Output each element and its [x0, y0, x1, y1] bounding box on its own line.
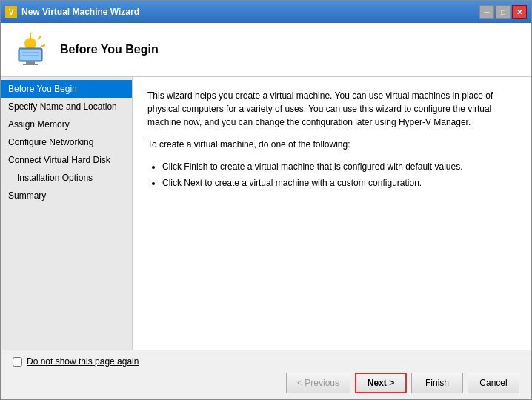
- svg-line-4: [41, 45, 45, 47]
- minimize-button[interactable]: ─: [479, 5, 494, 19]
- previous-button[interactable]: < Previous: [286, 373, 350, 393]
- sidebar-item-before-you-begin[interactable]: Before You Begin: [1, 80, 132, 98]
- cancel-button[interactable]: Cancel: [468, 373, 519, 393]
- checkbox-row: Do not show this page again: [13, 356, 519, 367]
- content-paragraph-1: This wizard helps you create a virtual m…: [147, 89, 516, 129]
- svg-rect-7: [20, 50, 41, 60]
- sidebar-item-assign-memory[interactable]: Assign Memory: [1, 116, 132, 133]
- close-button[interactable]: ✕: [512, 5, 527, 19]
- dont-show-label[interactable]: Do not show this page again: [27, 356, 139, 367]
- sidebar-item-installation-options[interactable]: Installation Options: [1, 169, 132, 187]
- header-section: Before You Begin: [1, 23, 531, 77]
- content-area: This wizard helps you create a virtual m…: [133, 77, 531, 350]
- wizard-window: V New Virtual Machine Wizard ─ □ ✕: [0, 0, 532, 400]
- main-content: Before You Begin Specify Name and Locati…: [1, 77, 531, 350]
- sidebar-item-configure-networking[interactable]: Configure Networking: [1, 133, 132, 151]
- next-button[interactable]: Next >: [355, 373, 407, 393]
- sidebar-item-specify-name[interactable]: Specify Name and Location: [1, 98, 132, 116]
- svg-rect-8: [26, 61, 35, 64]
- title-bar-left: V New Virtual Machine Wizard: [5, 6, 139, 18]
- maximize-button[interactable]: □: [496, 5, 511, 19]
- bullet-1: Click Finish to create a virtual machine…: [162, 160, 516, 173]
- sidebar-item-summary[interactable]: Summary: [1, 187, 132, 204]
- content-paragraph-2: To create a virtual machine, do one of t…: [147, 138, 516, 151]
- wizard-icon: [13, 32, 48, 67]
- buttons-row: < Previous Next > Finish Cancel: [13, 373, 519, 393]
- sidebar: Before You Begin Specify Name and Locati…: [1, 77, 133, 350]
- sidebar-item-connect-vhd[interactable]: Connect Virtual Hard Disk: [1, 151, 132, 169]
- title-bar: V New Virtual Machine Wizard ─ □ ✕: [1, 1, 531, 23]
- content-bullets: Click Finish to create a virtual machine…: [162, 160, 516, 190]
- window-icon: V: [5, 6, 17, 18]
- footer-section: Do not show this page again < Previous N…: [1, 350, 531, 399]
- header-title: Before You Begin: [60, 43, 159, 56]
- dont-show-checkbox[interactable]: [13, 357, 22, 367]
- finish-button[interactable]: Finish: [411, 373, 463, 393]
- svg-rect-9: [23, 64, 38, 65]
- svg-line-3: [38, 36, 41, 39]
- window-title: New Virtual Machine Wizard: [21, 7, 139, 17]
- bullet-2: Click Next to create a virtual machine w…: [162, 176, 516, 190]
- svg-text:V: V: [9, 8, 14, 16]
- title-bar-controls: ─ □ ✕: [479, 5, 527, 19]
